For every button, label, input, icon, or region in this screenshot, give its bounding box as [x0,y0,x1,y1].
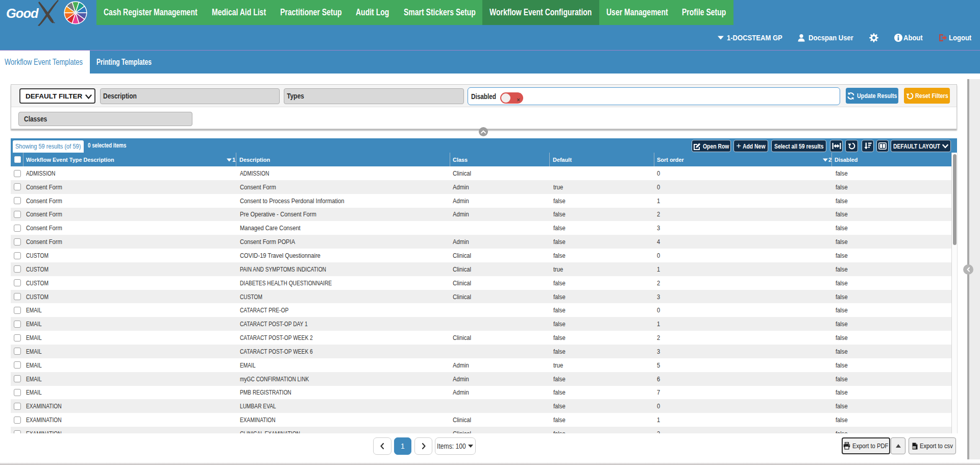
svg-text:csv: csv [913,446,917,449]
